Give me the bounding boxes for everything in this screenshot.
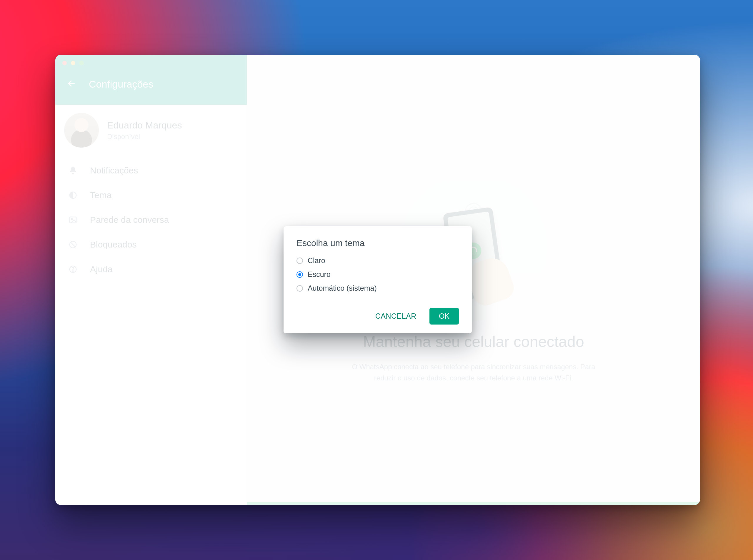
option-label: Claro <box>308 256 325 265</box>
theme-options: Claro Escuro Automático (sistema) <box>296 256 459 293</box>
theme-option-auto[interactable]: Automático (sistema) <box>296 284 459 293</box>
app-window: Configurações Eduardo Marques Disponível… <box>55 55 700 505</box>
modal-title: Escolha um tema <box>296 238 459 248</box>
theme-option-light[interactable]: Claro <box>296 256 459 265</box>
ok-button[interactable]: OK <box>429 308 459 324</box>
radio-icon <box>296 271 303 278</box>
option-label: Escuro <box>308 270 331 279</box>
cancel-button[interactable]: CANCELAR <box>369 308 423 324</box>
theme-option-dark[interactable]: Escuro <box>296 270 459 279</box>
modal-actions: CANCELAR OK <box>296 308 459 324</box>
option-label: Automático (sistema) <box>308 284 377 293</box>
radio-icon <box>296 285 303 292</box>
radio-icon <box>296 258 303 264</box>
theme-picker-modal: Escolha um tema Claro Escuro Automático … <box>284 226 472 333</box>
